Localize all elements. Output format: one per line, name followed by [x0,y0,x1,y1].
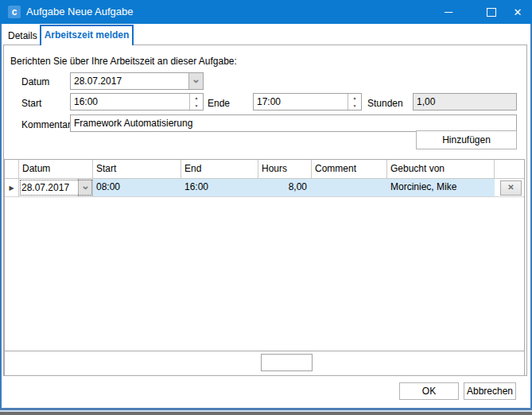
delete-row-button[interactable]: ✕ [500,180,522,196]
abbrechen-button[interactable]: Abbrechen [464,382,516,400]
start-input[interactable] [71,94,189,110]
datum-label: Datum [21,76,49,87]
chevron-down-icon: ⌄ [192,73,200,85]
grid-header-start[interactable]: Start [93,160,181,178]
row-datum-input[interactable] [19,179,78,196]
title-bar: c Aufgabe Neue Aufgabe ─ ✕ [0,0,532,24]
close-icon: ✕ [514,6,522,18]
datum-input[interactable] [71,73,188,89]
ende-input[interactable] [254,94,348,110]
dialog-window: c Aufgabe Neue Aufgabe ─ ✕ Details Arbei… [0,0,532,415]
datum-dropdown-button[interactable]: ⌄ [188,73,203,89]
grid-header-indicator [5,160,19,178]
instruction-text: Berichten Sie über Ihre Arbeitszeit an d… [10,56,237,67]
grid-empty-area [5,197,524,351]
tab-page-arbeitszeit: Berichten Sie über Ihre Arbeitszeit an d… [3,45,527,376]
ok-button[interactable]: OK [399,382,459,400]
minimize-icon: ─ [445,6,452,18]
spinner-down-icon[interactable]: ▼ [348,102,361,110]
maximize-icon [487,8,496,17]
table-row[interactable]: ▶ ⌄ 08:00 16:00 8,00 Morciniec, Mike ✕ [5,179,524,197]
grid-footer-edit-box[interactable] [261,354,313,371]
spinner-down-icon[interactable]: ▼ [190,102,203,110]
stunden-value [414,94,516,110]
row-indicator-icon: ▶ [9,184,14,192]
ende-spin-buttons[interactable]: ▲ ▼ [348,94,361,110]
grid-footer-strip [5,351,524,375]
start-spin-buttons[interactable]: ▲ ▼ [189,94,203,110]
stunden-label: Stunden [367,98,403,109]
grid-header-hours[interactable]: Hours [258,160,312,178]
row-datum-editor[interactable]: ⌄ [19,179,93,196]
maximize-button[interactable] [480,0,503,24]
row-hours-cell[interactable]: 8,00 [258,179,312,196]
spinner-up-icon[interactable]: ▲ [348,94,361,102]
stunden-readonly-field [413,93,517,111]
grid-header-actions [495,160,524,178]
grid-header-comment[interactable]: Comment [312,160,387,178]
ende-time-spinner[interactable]: ▲ ▼ [253,93,362,111]
kommentar-input[interactable] [71,115,516,131]
window-title: Aufgabe Neue Aufgabe [26,0,133,24]
tab-details[interactable]: Details [5,27,41,45]
close-button[interactable]: ✕ [506,0,530,24]
window-border-left [0,24,2,408]
grid-header-gebucht-von[interactable]: Gebucht von [387,160,495,178]
hinzufuegen-button[interactable]: Hinzufügen [416,130,517,149]
minimize-button[interactable]: ─ [437,0,460,24]
grid-header-datum[interactable]: Datum [19,160,93,178]
row-start-cell[interactable]: 08:00 [93,179,181,196]
row-end-cell[interactable]: 16:00 [181,179,258,196]
kommentar-field[interactable] [70,114,517,132]
delete-icon: ✕ [507,183,514,192]
row-datum-dropdown-button[interactable]: ⌄ [78,179,92,196]
start-label: Start [21,98,41,109]
grid-header-end[interactable]: End [181,160,258,178]
window-border-bottom-shadow [0,412,532,415]
row-comment-cell[interactable] [312,179,387,196]
row-actions-cell: ✕ [495,179,524,196]
grid-header-row: Datum Start End Hours Comment Gebucht vo… [5,160,524,179]
app-logo-icon: c [8,6,21,18]
kommentar-label: Kommentar [21,119,71,130]
start-time-spinner[interactable]: ▲ ▼ [70,93,204,111]
datum-combobox[interactable]: ⌄ [70,72,204,90]
row-indicator-cell: ▶ [5,179,19,196]
spinner-up-icon[interactable]: ▲ [190,94,203,102]
row-gebucht-von-cell[interactable]: Morciniec, Mike [387,179,495,196]
ende-label: Ende [208,98,230,109]
row-datum-cell[interactable]: ⌄ [19,179,93,196]
worktime-grid: Datum Start End Hours Comment Gebucht vo… [4,159,525,376]
chevron-down-icon: ⌄ [81,180,90,192]
tab-arbeitszeit-melden[interactable]: Arbeitszeit melden [40,25,134,45]
